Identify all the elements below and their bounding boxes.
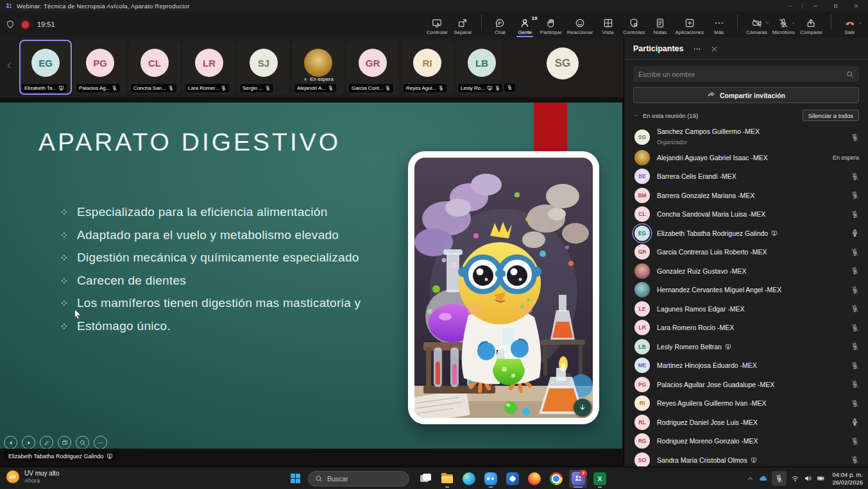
toolbar-salir-button[interactable]: Salir <box>838 15 862 37</box>
chrome-icon[interactable] <box>547 470 565 488</box>
participant-row[interactable]: RGRodriguez Moreno Gonzalo -MEX <box>624 432 868 451</box>
participant-row[interactable]: Hernandez Cervantes Miguel Angel -MEX <box>624 281 868 300</box>
mic-muted-indicator[interactable] <box>851 248 859 256</box>
video-tile[interactable]: SJSergio ... <box>237 40 290 95</box>
panel-more-icon[interactable] <box>693 45 701 53</box>
participant-row[interactable]: BEBarrera Celis Erandi -MEX <box>624 167 868 186</box>
mic-muted-indicator[interactable] <box>851 437 859 445</box>
mic-muted-indicator[interactable] <box>851 210 859 219</box>
video-tile[interactable]: En esperaAlejandri A... <box>292 40 345 95</box>
pen-tool-button[interactable] <box>40 436 53 449</box>
participant-row[interactable]: Gonzalez Ruiz Gustavo -MEX <box>624 261 868 281</box>
toolbar-microfono-button[interactable]: Micrófono <box>770 15 797 37</box>
mic-muted-indicator[interactable] <box>851 399 859 408</box>
toolbar-mas-button[interactable]: Más <box>707 15 731 37</box>
mic-muted-indicator[interactable] <box>851 380 859 388</box>
onedrive-icon[interactable] <box>759 474 767 483</box>
taskbar-weather-widget[interactable]: UV UV muy alto Ahora <box>6 470 59 484</box>
mic-muted-indicator[interactable] <box>851 324 859 332</box>
participant-row[interactable]: RIReyes Aguilera Guillermo Ivan -MEX <box>624 394 868 413</box>
mic-on-indicator[interactable] <box>851 229 859 237</box>
mic-muted-indicator[interactable] <box>851 456 859 464</box>
toolbar-reaccionar-button[interactable]: Reaccionar <box>565 15 595 37</box>
mic-muted-indicator[interactable] <box>851 267 859 275</box>
mute-all-button[interactable]: Silenciar a todos <box>803 110 859 121</box>
toolbar-controles-button[interactable]: Controles <box>621 15 647 37</box>
mic-muted-indicator[interactable] <box>851 342 859 351</box>
speaker-icon[interactable] <box>804 474 812 483</box>
video-tile[interactable]: LBLesly Ro... <box>455 40 508 95</box>
toolbar-aplicaciones-button[interactable]: Aplicaciones <box>673 15 706 37</box>
share-invite-button[interactable]: Compartir invitación <box>633 87 859 103</box>
video-tile[interactable]: LRLara Romer... <box>183 40 235 95</box>
participant-row[interactable]: GRGarcia Contreras Luis Roberto -MEX <box>624 243 868 262</box>
mic-muted-indicator[interactable] <box>851 304 859 313</box>
next-slide-button[interactable] <box>22 436 35 449</box>
titlebar-more-icon[interactable] <box>781 1 798 11</box>
in-meeting-section-toggle[interactable]: En esta reunión (19) <box>633 112 698 119</box>
toolbar-camaras-button[interactable]: Cámaras <box>744 15 769 37</box>
more-options-button[interactable] <box>94 436 107 449</box>
participant-row[interactable]: LRLara Romero Rocio -MEX <box>624 319 868 338</box>
zoom-slide-button[interactable] <box>76 436 89 449</box>
mic-muted-indicator[interactable] <box>851 191 859 199</box>
blue-app-icon[interactable] <box>504 470 522 488</box>
participant-row[interactable]: RLRodriguez Daniel Jose Luis -MEX <box>624 413 868 432</box>
participant-row[interactable]: Alejandri Aguayo Gabriel Isaac -MEXEn es… <box>624 148 868 167</box>
toolbar-vista-button[interactable]: Vista <box>596 15 620 37</box>
video-tile[interactable]: EGElizabeth Ta... <box>19 40 72 95</box>
mic-muted-indicator[interactable] <box>851 361 859 370</box>
participant-search-input[interactable] <box>638 70 846 78</box>
participant-row[interactable]: LELagunes Ramos Edgar -MEX <box>624 299 868 319</box>
recording-indicator[interactable] <box>22 21 29 28</box>
mic-on-indicator[interactable] <box>851 418 859 426</box>
teams-icon[interactable]: 7 <box>569 470 587 488</box>
spotlight-tile[interactable]: SG <box>502 40 624 95</box>
battery-icon[interactable] <box>817 474 825 483</box>
participant-row[interactable]: PGPalacios Aguilar Jose Guadalupe -MEX <box>624 375 868 394</box>
toolbar-participar-button[interactable]: Participar <box>538 15 564 37</box>
mic-muted-indicator[interactable] <box>851 133 859 142</box>
participant-row[interactable]: SGSanchez Campos Guillermo -MEXOrganizad… <box>624 126 868 148</box>
taskbar-clock[interactable]: 04:04 p. m. 26/02/2026 <box>832 471 863 486</box>
participant-row[interactable]: LBLesly Romero Beltran <box>624 337 868 356</box>
video-tile[interactable]: GRGarcia Cont... <box>346 40 399 95</box>
firefox-icon[interactable] <box>525 470 543 488</box>
edge-icon[interactable] <box>460 470 478 488</box>
participant-row[interactable]: SOSandra Maria Cristobal Olmos <box>624 451 868 467</box>
toolbar-button-label: Vista <box>602 29 614 35</box>
mic-muted-indicator[interactable] <box>851 286 859 294</box>
video-tile[interactable]: CLConcha San... <box>128 40 181 95</box>
taskbar-search-box[interactable] <box>308 471 409 486</box>
video-tile[interactable]: PGPalacios Ag... <box>74 40 126 95</box>
filmstrip-prev-icon[interactable] <box>5 62 13 70</box>
close-button[interactable] <box>847 1 864 11</box>
toolbar-chat-button[interactable]: Chat <box>488 15 512 37</box>
toolbar-gente-button[interactable]: 19Gente <box>513 15 537 37</box>
maximize-button[interactable] <box>827 1 844 11</box>
toolbar-separar-button[interactable]: Separar <box>451 15 475 37</box>
mic-muted-indicator[interactable] <box>851 172 859 181</box>
participant-row[interactable]: EGElizabeth Tabatha Rodriguez Galindo <box>624 224 868 243</box>
toolbar-comparte-button[interactable]: Comparte <box>798 15 824 37</box>
task-view-icon[interactable] <box>416 470 434 488</box>
excel-icon[interactable] <box>591 470 609 488</box>
participant-row[interactable]: CLConcha Sandoval Maria Luisa -MEX <box>624 205 868 224</box>
minimize-button[interactable] <box>806 1 823 11</box>
all-slides-button[interactable] <box>58 436 71 449</box>
participant-row[interactable]: MEMartinez Hinojosa Eduardo -MEX <box>624 356 868 376</box>
toolbar-notas-button[interactable]: Notas <box>648 15 672 37</box>
copilot-icon[interactable] <box>482 470 500 488</box>
tray-mic-muted-icon[interactable] <box>772 471 787 486</box>
wifi-icon[interactable] <box>791 474 799 483</box>
scroll-down-button[interactable] <box>574 399 591 417</box>
taskbar-search-input[interactable] <box>327 475 402 483</box>
video-tile[interactable]: RIReyes Agui... <box>401 40 454 95</box>
previous-slide-button[interactable] <box>4 436 17 449</box>
tray-chevron-up-icon[interactable] <box>746 474 754 483</box>
start-button[interactable] <box>287 470 303 487</box>
panel-close-icon[interactable] <box>710 45 719 53</box>
toolbar-controlar-button[interactable]: Controlar <box>425 15 450 37</box>
file-explorer-icon[interactable] <box>438 470 456 488</box>
participant-row[interactable]: BMBarrera Gonzalez Mariana -MEX <box>624 186 868 205</box>
